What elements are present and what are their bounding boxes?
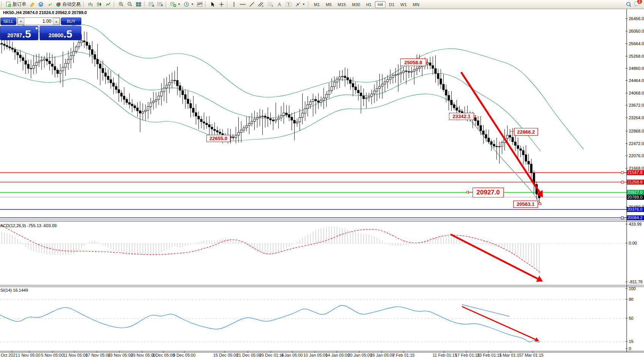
equidistant-channel-tool-button[interactable]: E: [257, 1, 265, 8]
rsi-panel[interactable]: [0, 300, 627, 342]
bollinger-middle-band: [0, 44, 541, 151]
volume-increase-button[interactable]: ▲: [53, 18, 60, 25]
timeframe-button-m5[interactable]: M5: [323, 1, 334, 8]
price-tick-label: 26060.0: [629, 29, 644, 33]
price-tick-label: 25268.0: [629, 54, 644, 58]
price-tag: 20789.0: [627, 195, 644, 200]
cursor-tool-button[interactable]: [209, 1, 217, 8]
buy-price: 20800: [49, 32, 63, 39]
auto-trading-icon: [56, 2, 61, 7]
crosshair-tool-button[interactable]: [217, 1, 225, 8]
zoom-in-button[interactable]: [117, 1, 125, 8]
toolbar-grip[interactable]: [227, 2, 229, 8]
signal-button[interactable]: [46, 1, 54, 8]
time-axis-label: 7 Feb 01:15: [392, 353, 415, 357]
text-tool-button[interactable]: A: [276, 1, 284, 8]
fibonacci-icon: F: [267, 2, 274, 7]
search-button[interactable]: [625, 1, 633, 8]
trend-arrow[interactable]: [450, 234, 538, 279]
publisher-button[interactable]: [37, 1, 45, 8]
price-annotation[interactable]: 20563.1: [513, 201, 538, 208]
trend-arrow[interactable]: [462, 306, 536, 340]
timeframe-button-mn[interactable]: MN: [410, 1, 422, 8]
zoom-out-icon: [127, 2, 133, 7]
volume-input[interactable]: 1.00: [24, 18, 53, 25]
price-annotation[interactable]: 20927.0: [473, 188, 504, 197]
toolbar-grip[interactable]: [83, 2, 85, 8]
timeframe-button-h1[interactable]: H1: [363, 1, 374, 8]
profile-previous-icon: [149, 2, 154, 7]
time-axis-label: 20 Jan 05:00: [348, 353, 372, 357]
line-handle[interactable]: [621, 181, 623, 183]
buy-button[interactable]: BUY: [61, 17, 81, 25]
equidistant-channel-icon: E: [258, 2, 264, 7]
svg-text:F: F: [272, 5, 273, 7]
rsi-line: [0, 305, 540, 342]
price-tick-label: 26456.0: [629, 16, 644, 21]
candle-chart-button[interactable]: [95, 1, 103, 8]
price-tag: 20376.0: [627, 207, 644, 212]
toolbar-grip[interactable]: [144, 2, 146, 8]
timeframe-button-m30[interactable]: M30: [349, 1, 363, 8]
toolbar-grip[interactable]: [166, 2, 168, 8]
trendline-icon: [249, 2, 255, 7]
text-icon: A: [277, 2, 282, 7]
trendline-tool-button[interactable]: [248, 1, 256, 8]
new-chart-button[interactable]: ▼: [169, 1, 182, 8]
price-tick-label: 23264.0: [629, 115, 644, 120]
line-handle[interactable]: [621, 217, 623, 219]
new-order-button[interactable]: 新订单: [5, 1, 27, 8]
macd-panel[interactable]: [0, 225, 627, 273]
timeframe-button-m15[interactable]: M15: [335, 1, 348, 8]
zoom-out-button[interactable]: [126, 1, 134, 8]
search-icon: [626, 2, 632, 8]
marker-button[interactable]: [28, 1, 36, 8]
chat-button[interactable]: 1: [633, 1, 640, 8]
profile-next-button[interactable]: [156, 1, 164, 8]
timeframe-bar: M1M5M15M30H1H4D1W1MN: [311, 1, 422, 8]
auto-trading-label: 自动交易: [62, 1, 81, 8]
vertical-line-tool-button[interactable]: [230, 1, 238, 8]
toolbar-grip[interactable]: [205, 2, 207, 8]
shapes-icon: [295, 2, 301, 7]
line-handle[interactable]: [621, 172, 623, 174]
chart-canvas[interactable]: [0, 0, 644, 357]
text-label-tool-button[interactable]: T: [284, 1, 293, 8]
volume-decrease-button[interactable]: ▼: [17, 18, 24, 25]
horizontal-line-tool-button[interactable]: [238, 1, 247, 8]
horizontal-line-icon: [240, 2, 246, 7]
annotation-handle[interactable]: [539, 203, 541, 205]
annotation-handle[interactable]: [467, 191, 469, 193]
sell-price-box[interactable]: 20787.5: [0, 26, 38, 40]
profile-previous-button[interactable]: [148, 1, 155, 8]
time-axis-label: 11 Nov 05:00: [63, 353, 88, 357]
rsi-trendline[interactable]: [462, 305, 509, 316]
arrows-tool-button[interactable]: ▼: [294, 1, 306, 8]
tile-windows-button[interactable]: [135, 1, 143, 8]
main-panel[interactable]: [0, 18, 627, 218]
macd-indicator-label: ACD(12,26,9) -755.13 -603.09: [0, 223, 57, 228]
price-annotation[interactable]: 25058.8: [400, 58, 426, 66]
fibonacci-tool-button[interactable]: F: [266, 1, 275, 8]
timeframe-button-w1[interactable]: W1: [398, 1, 409, 8]
price-annotation[interactable]: 23342.1: [449, 113, 474, 120]
timeframe-button-h4[interactable]: H4: [375, 1, 385, 8]
timeframe-button-d1[interactable]: D1: [386, 1, 397, 8]
timeframe-button-m1[interactable]: M1: [311, 1, 322, 8]
buy-price-box[interactable]: 20800.5: [40, 26, 81, 40]
bar-chart-button[interactable]: [87, 1, 95, 8]
sell-button[interactable]: SELL: [0, 17, 16, 25]
toolbar-grip[interactable]: [114, 2, 116, 8]
price-annotation[interactable]: 22866.2: [514, 128, 538, 136]
indicators-button[interactable]: [196, 1, 204, 8]
main-toolbar: 新订单 自动交易 ▼ ▼: [0, 0, 644, 9]
line-chart-button[interactable]: [104, 1, 112, 8]
vertical-line-icon: [232, 2, 236, 7]
price-tag: 20084.2: [627, 215, 644, 220]
period-button[interactable]: ▼: [182, 1, 195, 8]
price-annotation[interactable]: 22655.0: [206, 135, 230, 142]
toolbar-grip[interactable]: [1, 2, 3, 8]
dropdown-caret-icon: ▼: [191, 3, 194, 6]
auto-trading-button[interactable]: 自动交易: [54, 1, 82, 8]
toolbar-grip[interactable]: [308, 2, 310, 8]
